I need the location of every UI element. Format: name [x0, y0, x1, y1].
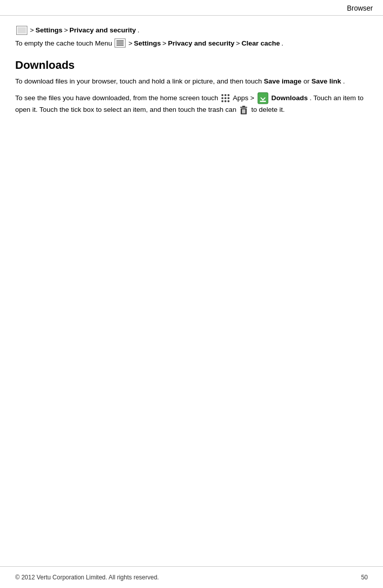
- footer-copyright: © 2012 Vertu Corporation Limited. All ri…: [15, 574, 159, 581]
- para2-prefix: To see the files you have downloaded, fr…: [15, 94, 218, 102]
- apps-grid-icon: [221, 93, 231, 103]
- intro-period1: .: [137, 25, 139, 36]
- cache-prefix: To empty the cache touch Menu: [15, 38, 112, 49]
- save-image-label: Save image: [264, 77, 301, 85]
- delete-suffix: to delete it.: [251, 106, 285, 113]
- para1-or: or: [303, 77, 310, 85]
- footer-page-number: 50: [361, 574, 368, 581]
- svg-rect-7: [244, 109, 245, 113]
- cache-gt3: >: [236, 38, 240, 49]
- cache-line: To empty the cache touch Menu > Settings…: [15, 38, 368, 49]
- privacy-nav-2: Privacy and security: [168, 38, 234, 49]
- para1-period: .: [343, 77, 345, 85]
- downloads-para1: To download files in your browser, touch…: [15, 76, 368, 87]
- page-container: Browser > Settings > Privacy and securit…: [0, 0, 383, 588]
- intro-section: > Settings > Privacy and security . To e…: [15, 25, 368, 49]
- intro-gt1: >: [30, 25, 34, 36]
- downloads-para2: To see the files you have downloaded, fr…: [15, 92, 368, 115]
- intro-gt2: >: [64, 25, 68, 36]
- apps-grid-dots: [221, 94, 230, 103]
- downloads-icon: [257, 92, 269, 104]
- footer: © 2012 Vertu Corporation Limited. All ri…: [0, 566, 383, 588]
- page-header-title: Browser: [347, 4, 373, 12]
- svg-rect-3: [240, 107, 247, 108]
- trash-icon: [239, 105, 248, 115]
- para1-prefix: To download files in your browser, touch…: [15, 77, 262, 85]
- cache-gt2: >: [163, 38, 167, 49]
- downloads-heading: Downloads: [15, 59, 368, 72]
- settings-nav-2: Settings: [134, 38, 161, 49]
- clear-cache-nav: Clear cache: [242, 38, 280, 49]
- apps-text: Apps >: [233, 94, 254, 102]
- downloads-label: Downloads: [271, 94, 308, 102]
- menu-icon: [114, 38, 126, 48]
- svg-rect-8: [245, 109, 246, 113]
- save-link-label: Save link: [312, 77, 341, 85]
- svg-rect-0: [258, 93, 268, 104]
- svg-rect-4: [242, 106, 245, 107]
- header-bar: Browser: [0, 0, 383, 16]
- settings-nav-1: Settings: [35, 25, 62, 36]
- page-icon: [16, 26, 27, 35]
- privacy-nav-1: Privacy and security: [69, 25, 136, 36]
- svg-rect-2: [260, 101, 266, 102]
- cache-gt1: >: [128, 38, 132, 49]
- svg-rect-6: [242, 109, 243, 113]
- content-area: > Settings > Privacy and security . To e…: [0, 16, 383, 151]
- cache-period: .: [281, 38, 283, 49]
- intro-line-1: > Settings > Privacy and security .: [15, 25, 368, 36]
